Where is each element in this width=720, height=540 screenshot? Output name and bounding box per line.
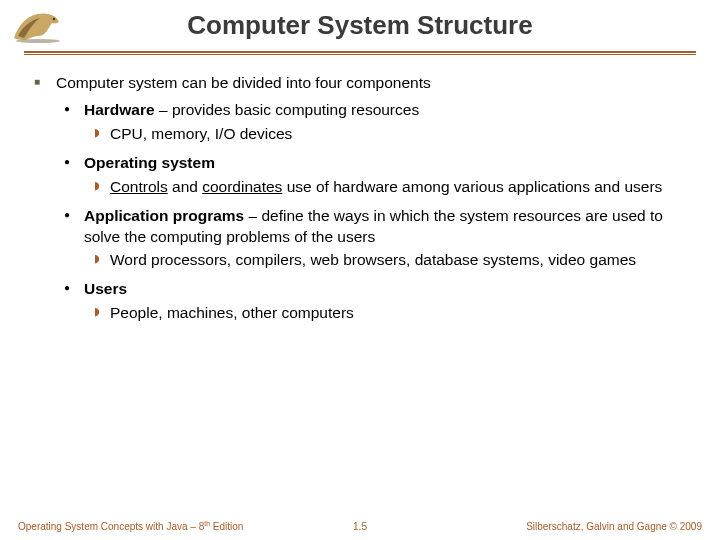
title-rule xyxy=(24,51,696,55)
bullet-apps: Application programs – define the ways i… xyxy=(64,206,686,272)
label: Application programs xyxy=(84,207,244,224)
bullet-main: Computer system can be divided into four… xyxy=(34,73,686,324)
bullet-main-text: Computer system can be divided into four… xyxy=(56,74,431,91)
sub-item: Word processors, compilers, web browsers… xyxy=(94,250,686,271)
u-controls: Controls xyxy=(110,178,168,195)
dinosaur-logo xyxy=(8,6,68,44)
slide-header: Computer System Structure xyxy=(0,0,720,55)
label: Hardware xyxy=(84,101,155,118)
slide-title: Computer System Structure xyxy=(0,10,720,51)
footer-left: Operating System Concepts with Java – 8t… xyxy=(18,520,243,532)
bullet-os: Operating system Controls and coordinate… xyxy=(64,153,686,198)
sub-item: People, machines, other computers xyxy=(94,303,686,324)
sub-item: CPU, memory, I/O devices xyxy=(94,124,686,145)
slide-body: Computer system can be divided into four… xyxy=(0,55,720,324)
label: Operating system xyxy=(84,154,215,171)
desc: – provides basic computing resources xyxy=(155,101,420,118)
svg-point-1 xyxy=(16,39,60,43)
bullet-hardware: Hardware – provides basic computing reso… xyxy=(64,100,686,145)
bullet-users: Users People, machines, other computers xyxy=(64,279,686,324)
u-coordinates: coordinates xyxy=(202,178,282,195)
sub-item: Controls and coordinates use of hardware… xyxy=(94,177,686,198)
footer-right: Silberschatz, Galvin and Gagne © 2009 xyxy=(526,521,702,532)
svg-point-0 xyxy=(53,18,55,20)
slide-footer: Operating System Concepts with Java – 8t… xyxy=(0,521,720,532)
label: Users xyxy=(84,280,127,297)
